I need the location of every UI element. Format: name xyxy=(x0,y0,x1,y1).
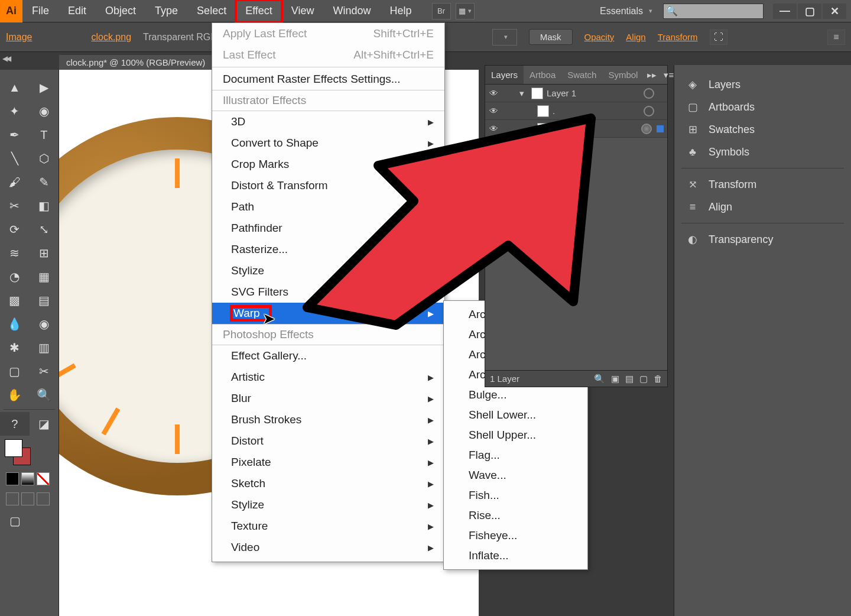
selection-tool[interactable]: ▲ xyxy=(0,76,30,99)
rotate-tool[interactable]: ⟳ xyxy=(0,218,30,241)
scale-tool[interactable]: ⤡ xyxy=(30,218,59,241)
warp-bulge[interactable]: Bulge... xyxy=(444,385,587,405)
draw-normal-icon[interactable] xyxy=(6,492,19,505)
dock-artboards[interactable]: ▢Artboards xyxy=(674,96,851,118)
magic-wand-tool[interactable]: ✦ xyxy=(0,99,30,123)
warp-shell-upper[interactable]: Shell Upper... xyxy=(444,425,587,445)
layer-row[interactable]: 👁 ▾ Layer 1 xyxy=(485,85,667,102)
free-transform-tool[interactable]: ⊞ xyxy=(30,241,59,265)
fill-stroke-swatch[interactable] xyxy=(5,439,34,465)
effect-gallery[interactable]: Effect Gallery... xyxy=(212,345,444,367)
dock-transform[interactable]: ⤧Transform xyxy=(674,173,851,196)
zoom-tool[interactable]: 🔍 xyxy=(30,383,59,407)
warp-fish[interactable]: Fish... xyxy=(444,485,587,505)
blend-tool[interactable]: ◉ xyxy=(30,312,59,336)
effect-raster-settings[interactable]: Document Raster Effects Settings... xyxy=(212,69,444,90)
effect-convert-shape[interactable]: Convert to Shape▶ xyxy=(212,132,444,154)
brush-tool[interactable]: 🖌 xyxy=(0,170,30,194)
effect-sketch[interactable]: Sketch▶ xyxy=(212,473,444,494)
menu-view[interactable]: View xyxy=(282,0,324,22)
line-tool[interactable]: ╲ xyxy=(0,147,30,170)
effect-path[interactable]: Path▶ xyxy=(212,196,444,218)
arrange-docs-icon[interactable]: ▦▾ xyxy=(456,3,475,20)
lasso-tool[interactable]: ◉ xyxy=(30,99,59,123)
effect-video[interactable]: Video▶ xyxy=(212,537,444,558)
target-icon[interactable] xyxy=(644,88,654,99)
eraser-tool[interactable]: ◧ xyxy=(30,194,59,218)
color-swatch-black[interactable] xyxy=(6,472,19,485)
rectangle-tool[interactable]: ⬡ xyxy=(30,147,59,170)
layer-row[interactable]: 👁 c... xyxy=(485,120,667,138)
maximize-button[interactable]: ▢ xyxy=(798,4,821,19)
warp-inflate[interactable]: Inflate... xyxy=(444,546,587,566)
effect-ps-stylize[interactable]: Stylize▶ xyxy=(212,494,444,516)
workspace-switcher[interactable]: Essentials▾ xyxy=(594,6,658,17)
none-swatch[interactable] xyxy=(37,472,50,485)
symbol-sprayer-tool[interactable]: ✱ xyxy=(0,336,30,359)
dock-layers[interactable]: ◈Layers xyxy=(674,73,851,96)
new-sublayer-icon[interactable]: ▤ xyxy=(625,374,634,384)
menu-effect[interactable]: Effect xyxy=(236,0,282,22)
tab-artboards[interactable]: Artboa xyxy=(524,66,561,84)
mesh-tool[interactable]: ▩ xyxy=(0,288,30,312)
warp-fisheye[interactable]: Fisheye... xyxy=(444,526,587,546)
effect-rasterize[interactable]: Rasterize... xyxy=(212,239,444,260)
document-tab[interactable]: clock.png* @ 100% (RGB/Preview) xyxy=(59,55,212,70)
visibility-toggle-icon[interactable]: 👁 xyxy=(485,124,502,134)
menu-file[interactable]: File xyxy=(22,0,59,22)
help-icon[interactable]: ? xyxy=(0,412,30,436)
artboard-tool[interactable]: ▢ xyxy=(0,359,30,383)
draw-behind-icon[interactable] xyxy=(21,492,34,505)
gradient-swatch[interactable] xyxy=(21,472,34,485)
visibility-toggle-icon[interactable]: 👁 xyxy=(485,106,502,116)
embed-dropdown[interactable]: ▾ xyxy=(492,29,517,46)
control-menu-icon[interactable]: ≡ xyxy=(827,30,845,45)
blob-brush-tool[interactable]: ✂ xyxy=(0,194,30,218)
warp-rise[interactable]: Rise... xyxy=(444,505,587,526)
perspective-tool[interactable]: ▦ xyxy=(30,265,59,288)
effect-texture[interactable]: Texture▶ xyxy=(212,516,444,537)
effect-crop-marks[interactable]: Crop Marks xyxy=(212,154,444,175)
dock-swatches[interactable]: ⊞Swatches xyxy=(674,118,851,141)
menu-help[interactable]: Help xyxy=(381,0,421,22)
tab-layers[interactable]: Layers xyxy=(485,66,524,84)
toolbox-collapse-icon[interactable]: ◀◀ xyxy=(2,54,9,63)
ctrl-filename[interactable]: clock.png xyxy=(91,32,131,43)
layer-name[interactable]: Layer 1 xyxy=(547,88,639,98)
gradient-tool[interactable]: ▤ xyxy=(30,288,59,312)
fill-stroke-icon[interactable]: ◪ xyxy=(30,412,59,436)
graph-tool[interactable]: ▥ xyxy=(30,336,59,359)
effect-brush-strokes[interactable]: Brush Strokes▶ xyxy=(212,409,444,430)
direct-selection-tool[interactable]: ▶ xyxy=(30,76,59,99)
draw-inside-icon[interactable] xyxy=(37,492,50,505)
effect-svg-filters[interactable]: SVG Filters▶ xyxy=(212,281,444,303)
layer-name[interactable]: c... xyxy=(553,124,636,134)
warp-wave[interactable]: Wave... xyxy=(444,465,587,485)
panel-expand-icon[interactable]: ▸▸ xyxy=(644,70,660,80)
locate-object-icon[interactable]: 🔍 xyxy=(594,374,605,384)
menu-window[interactable]: Window xyxy=(324,0,381,22)
effect-pixelate[interactable]: Pixelate▶ xyxy=(212,452,444,473)
effect-distort[interactable]: Distort▶ xyxy=(212,430,444,452)
clipping-mask-icon[interactable]: ▣ xyxy=(611,374,619,384)
slice-tool[interactable]: ✂ xyxy=(30,359,59,383)
close-button[interactable]: ✕ xyxy=(823,4,846,19)
bridge-icon[interactable]: Br xyxy=(432,3,451,20)
effect-artistic[interactable]: Artistic▶ xyxy=(212,367,444,388)
menu-type[interactable]: Type xyxy=(145,0,187,22)
effect-pathfinder[interactable]: Pathfinder▶ xyxy=(212,218,444,239)
search-input[interactable]: 🔍 xyxy=(663,4,764,19)
warp-flag[interactable]: Flag... xyxy=(444,445,587,465)
target-icon[interactable] xyxy=(641,124,652,134)
visibility-toggle-icon[interactable]: 👁 xyxy=(485,88,502,98)
tab-swatches[interactable]: Swatch xyxy=(561,66,602,84)
pen-tool[interactable]: ✒ xyxy=(0,123,30,147)
effect-distort-transform[interactable]: Distort & Transform▶ xyxy=(212,175,444,196)
hand-tool[interactable]: ✋ xyxy=(0,383,30,407)
screen-mode-icon[interactable]: ▢ xyxy=(0,509,30,533)
new-layer-icon[interactable]: ▢ xyxy=(639,374,648,384)
warp-shell-lower[interactable]: Shell Lower... xyxy=(444,405,587,425)
pencil-tool[interactable]: ✎ xyxy=(30,170,59,194)
shape-builder-tool[interactable]: ◔ xyxy=(0,265,30,288)
dock-align[interactable]: ≡Align xyxy=(674,196,851,218)
